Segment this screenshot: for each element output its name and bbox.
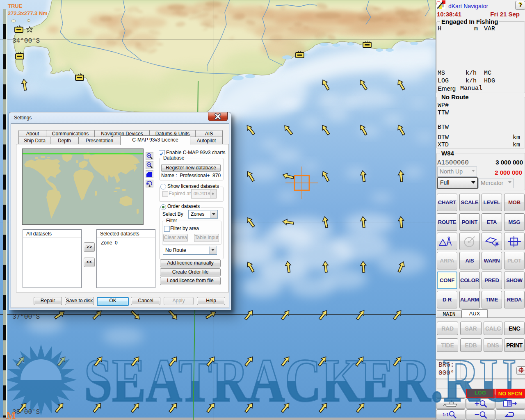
svg-text:34°00'S: 34°00'S xyxy=(12,37,40,45)
svg-text:37°00'S: 37°00'S xyxy=(12,313,40,321)
svg-text:1:: 1: xyxy=(148,184,151,187)
svg-text:M: M xyxy=(6,410,16,420)
svg-text:38°00'S: 38°00'S xyxy=(12,409,40,416)
